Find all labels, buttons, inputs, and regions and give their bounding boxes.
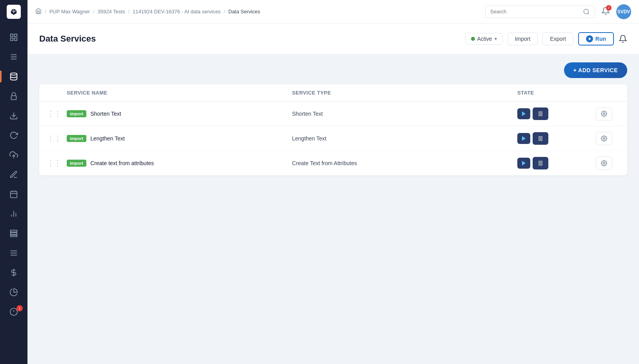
play-button-2[interactable] [517,133,530,144]
status-badge[interactable]: Active ▾ [465,33,503,45]
breadcrumb-home[interactable] [35,8,42,15]
svg-rect-20 [11,235,17,237]
sidebar-item-list[interactable] [0,47,27,67]
header-drag-col [47,90,67,96]
gear-button-1[interactable] [596,107,612,120]
svg-rect-18 [11,230,17,232]
svg-rect-19 [11,233,17,235]
drag-handle-1[interactable]: ⋮⋮ [47,109,67,118]
avatar[interactable]: SVDV [616,4,631,19]
search-box[interactable] [485,5,595,18]
import-button[interactable]: Import [508,33,538,45]
sidebar-item-alert[interactable]: 1 [0,302,27,322]
play-icon-3 [522,161,526,166]
status-dot [471,37,475,41]
sidebar-item-pie[interactable] [0,282,27,302]
search-icon [583,8,590,15]
breadcrumb-dev[interactable]: 1141924 DEV-16376 - AI data services [133,9,221,15]
alert-badge: 1 [16,305,23,311]
sidebar-item-database[interactable] [0,67,27,86]
sidebar-item-dollar[interactable] [0,263,27,282]
service-name-text-2: Lengthen Text [90,135,125,142]
main-content: / PUP Max Wagner / 35924 Tests / 1141924… [27,0,639,364]
sidebar-item-pencil[interactable] [0,165,27,184]
pause-button-3[interactable] [533,157,548,169]
svg-rect-8 [11,96,16,100]
breadcrumb-sep-1: / [45,9,46,15]
pause-button-2[interactable] [533,132,548,145]
breadcrumb-sep-4: / [224,9,225,15]
sidebar-item-upload[interactable] [0,145,27,165]
state-controls-1 [517,107,596,120]
run-label: Run [595,36,606,42]
notification-button[interactable]: 2 [601,7,610,17]
svg-rect-3 [15,38,17,40]
svg-rect-36 [539,161,540,166]
settings-col-1 [596,107,619,120]
play-button-3[interactable] [517,158,530,169]
add-service-button[interactable]: + ADD SERVICE [564,62,627,78]
sidebar-item-lock[interactable] [0,86,27,106]
sidebar-item-dashboard[interactable] [0,27,27,47]
service-name-3: import Create text from attributes [67,160,292,167]
play-button-1[interactable] [517,108,530,119]
sidebar-item-chart[interactable] [0,204,27,224]
svg-rect-0 [11,34,13,36]
import-tag-1: import [67,110,86,117]
gear-icon-1 [601,111,607,117]
table-row: ⋮⋮ import Create text from attributes Cr… [39,151,627,175]
svg-rect-34 [541,136,542,141]
chevron-down-icon: ▾ [495,36,497,42]
svg-rect-30 [539,112,540,116]
notification-badge: 2 [606,5,612,11]
gear-button-3[interactable] [596,157,612,170]
search-input[interactable] [490,9,583,15]
table-header: Service Name Service Type State [39,84,627,102]
logo-icon [7,5,21,19]
export-button[interactable]: Export [542,33,573,45]
breadcrumb-tests[interactable]: 35924 Tests [98,9,125,15]
table-row: ⋮⋮ import Lengthen Text Lengthen Text [39,126,627,151]
header-service-name: Service Name [67,90,292,96]
sidebar-nav: 1 [0,24,27,364]
table-row: ⋮⋮ import Shorten Text Shorten Text [39,102,627,126]
sidebar-item-download[interactable] [0,106,27,126]
status-label: Active [477,36,492,42]
topbar-right: 2 SVDV [485,4,631,19]
state-controls-2 [517,132,596,145]
header-actions: Active ▾ Import Export Run [465,32,628,46]
sidebar-item-menu[interactable] [0,243,27,263]
svg-line-29 [588,13,589,14]
breadcrumb-sep-3: / [128,9,130,15]
breadcrumb-pup[interactable]: PUP Max Wagner [49,9,90,15]
gear-button-2[interactable] [596,132,612,145]
page-bell-button[interactable] [619,35,627,43]
sidebar-item-rows[interactable] [0,224,27,243]
gear-icon-2 [601,135,607,142]
settings-col-3 [596,157,619,170]
service-name-2: import Lengthen Text [67,135,292,142]
run-button[interactable]: Run [578,32,614,46]
pause-button-1[interactable] [533,107,548,120]
play-icon-2 [522,136,526,141]
svg-rect-37 [541,161,542,166]
breadcrumb-current: Data Services [228,9,260,15]
drag-handle-2[interactable]: ⋮⋮ [47,134,67,143]
state-controls-3 [517,157,596,169]
gear-icon-3 [601,160,607,166]
svg-point-38 [603,162,605,164]
header-service-type: Service Type [292,90,517,96]
sidebar-item-refresh[interactable] [0,126,27,145]
svg-rect-33 [539,136,540,141]
pause-icon-3 [537,160,544,166]
header-state: State [517,90,596,96]
service-name-text-1: Shorten Text [90,111,121,117]
sidebar-item-calendar[interactable] [0,184,27,204]
svg-point-35 [603,138,605,139]
import-tag-2: import [67,135,86,142]
svg-point-28 [584,9,588,14]
page-title: Data Services [39,34,465,44]
drag-handle-3[interactable]: ⋮⋮ [47,159,67,167]
svg-rect-2 [11,38,13,40]
sidebar-logo[interactable] [0,0,27,24]
